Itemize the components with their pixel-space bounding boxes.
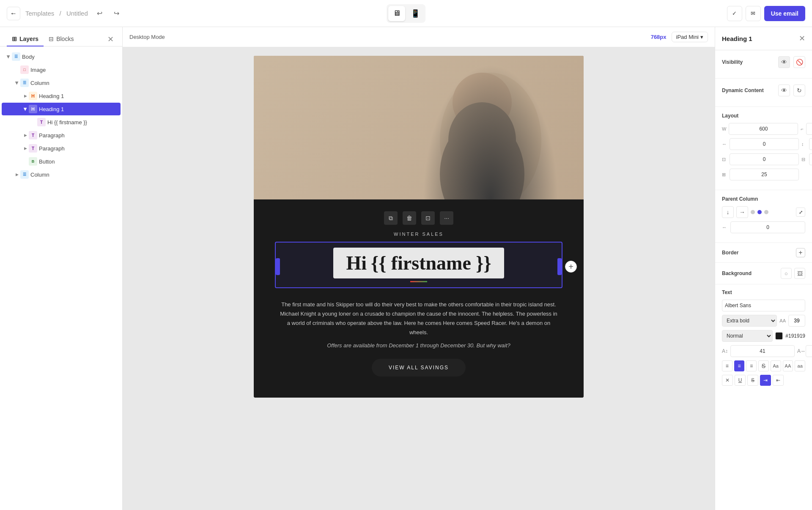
- expand-parent-button[interactable]: ⤢: [796, 207, 805, 217]
- align-dot2[interactable]: [757, 210, 762, 214]
- text-align-right-button[interactable]: ≡: [746, 360, 757, 371]
- visibility-hide-button[interactable]: 🚫: [793, 56, 805, 68]
- strikethrough2-button[interactable]: S: [747, 375, 758, 386]
- copy-tool-button[interactable]: ⧉: [384, 211, 398, 225]
- canvas-topbar: Desktop Mode 768px iPad Mini ▾: [123, 27, 715, 47]
- breadcrumb-part2[interactable]: Untitled: [66, 10, 88, 17]
- uppercase2-button[interactable]: AA: [783, 360, 793, 371]
- font-family-row: Albert Sans: [722, 300, 805, 311]
- align-dot3[interactable]: [764, 210, 768, 214]
- visibility-label: Visibility: [722, 59, 743, 65]
- bg-image-button[interactable]: 🖼: [794, 268, 805, 279]
- align-right-button[interactable]: →: [736, 206, 748, 218]
- check-button[interactable]: ✓: [727, 6, 742, 21]
- tree-item-image[interactable]: □ Image: [2, 63, 121, 76]
- dynamic-refresh-button[interactable]: ↻: [793, 85, 805, 96]
- chevron-icon: ▶: [22, 94, 29, 98]
- uppercase-button[interactable]: Aa: [771, 360, 781, 371]
- lowercase-button[interactable]: aa: [795, 360, 805, 371]
- tree-item-heading1-selected[interactable]: ▶ H Heading 1: [2, 103, 121, 115]
- redo-button[interactable]: ↪: [110, 7, 123, 20]
- dynamic-show-button[interactable]: 👁: [778, 85, 790, 96]
- tab-layers[interactable]: ⊞ Layers: [7, 32, 44, 46]
- delete-tool-button[interactable]: 🗑: [403, 211, 416, 225]
- tree-item-column1[interactable]: ▶ ☰ Column: [2, 76, 121, 89]
- tree-item-column2[interactable]: ▶ ☰ Column: [2, 168, 121, 181]
- breadcrumb-part1[interactable]: Templates: [25, 10, 54, 17]
- rtl-button[interactable]: ⇤: [773, 375, 784, 386]
- background-row: Background ○ 🖼: [722, 268, 805, 279]
- cross-button[interactable]: ✕: [722, 375, 733, 386]
- tree-item-paragraph2[interactable]: ▶ T Paragraph: [2, 142, 121, 155]
- undo-button[interactable]: ↩: [93, 7, 107, 20]
- device-label: iPad Mini: [676, 34, 699, 40]
- layout-padding-inner-row: ⊡ ⊟: [722, 153, 805, 165]
- email-cta-container[interactable]: VIEW ALL SAVINGS: [279, 355, 558, 376]
- resize-handle-left[interactable]: [276, 258, 280, 275]
- padding-left-input[interactable]: [730, 138, 799, 150]
- tree-item-label: Column: [30, 172, 49, 178]
- body-type-icon: ☰: [12, 52, 20, 61]
- dynamic-content-label: Dynamic content: [722, 87, 764, 93]
- email-heading-container[interactable]: Hi {{ firstname }} +: [279, 242, 558, 292]
- rp-visibility-section: Visibility 👁 🚫: [715, 50, 812, 79]
- gap-input[interactable]: [730, 169, 799, 180]
- tree-item-firstname[interactable]: T Hi {{ firstname }}: [2, 116, 121, 128]
- col-type-icon: ☰: [20, 170, 29, 179]
- bg-color-button[interactable]: ○: [781, 268, 792, 279]
- dynamic-icons: 👁 ↻: [778, 85, 805, 96]
- padding-inner2-input[interactable]: [809, 153, 812, 165]
- parent-col-gap-row: ↔: [722, 221, 805, 233]
- tree-item-body[interactable]: ▶ ☰ Body: [2, 50, 121, 63]
- text-align-left-button[interactable]: ≡: [722, 360, 732, 371]
- text-align-center-button[interactable]: ≡: [734, 360, 745, 371]
- add-border-button[interactable]: +: [796, 248, 805, 257]
- align-dot1[interactable]: [751, 210, 755, 214]
- border-label: Border: [722, 250, 738, 256]
- more-tool-button[interactable]: ···: [440, 211, 453, 225]
- tree-item-paragraph1[interactable]: ▶ T Paragraph: [2, 129, 121, 142]
- tree-item-button[interactable]: B Button: [2, 155, 121, 168]
- color-swatch[interactable]: [775, 332, 783, 340]
- corner-input[interactable]: [806, 123, 812, 135]
- padding-inner-input[interactable]: [730, 153, 799, 165]
- mobile-view-button[interactable]: 📱: [407, 6, 424, 21]
- email-content: ⧉ 🗑 ⊡ ··· WINTER SALES Hi {{ firstna: [254, 199, 584, 398]
- align-down-button[interactable]: ↓: [722, 206, 734, 218]
- tab-blocks[interactable]: ⊟ Blocks: [44, 32, 79, 46]
- font-weight-select[interactable]: Extra bold: [722, 315, 777, 327]
- line-height-input[interactable]: [730, 345, 795, 357]
- device-selector[interactable]: iPad Mini ▾: [672, 32, 708, 42]
- width-input[interactable]: [729, 123, 798, 135]
- rp-close-button[interactable]: ✕: [799, 34, 805, 43]
- add-element-button[interactable]: +: [565, 261, 577, 273]
- tree-item-label: Heading 1: [39, 106, 64, 112]
- email-cta-button[interactable]: VIEW ALL SAVINGS: [372, 359, 466, 376]
- use-email-button[interactable]: Use email: [764, 6, 805, 21]
- send-button[interactable]: ✉: [746, 6, 761, 21]
- resize-handle-right[interactable]: [557, 258, 562, 275]
- layer-tree: ▶ ☰ Body □ Image ▶ ☰ Column ▶ H Heading …: [0, 46, 122, 510]
- strikethrough-button[interactable]: S: [758, 360, 769, 371]
- email-heading-box: Hi {{ firstname }}: [275, 242, 562, 288]
- tree-item-heading1[interactable]: ▶ H Heading 1: [2, 90, 121, 102]
- letter-spacing-input[interactable]: [806, 345, 812, 357]
- normal-select[interactable]: Normal: [722, 330, 773, 342]
- font-family-select[interactable]: Albert Sans: [722, 300, 805, 311]
- underline-button[interactable]: U: [735, 375, 746, 386]
- visibility-show-button[interactable]: 👁: [778, 56, 790, 68]
- move-tool-button[interactable]: ⊡: [421, 211, 435, 225]
- desktop-view-button[interactable]: 🖥: [388, 6, 405, 21]
- sidebar-close-button[interactable]: ✕: [106, 33, 115, 46]
- font-size-input[interactable]: [788, 315, 805, 327]
- t-type-icon: T: [29, 144, 37, 153]
- ltr-button[interactable]: ⇥: [760, 375, 771, 386]
- parent-gap-input[interactable]: [730, 221, 805, 233]
- padding-top-input[interactable]: [809, 138, 812, 150]
- background-label: Background: [722, 270, 752, 276]
- right-panel: Heading 1 ✕ Visibility 👁 🚫 Dynamic conte…: [715, 27, 812, 510]
- canvas-scroll[interactable]: ⚡: [123, 47, 715, 510]
- rp-header: Heading 1 ✕: [715, 27, 812, 50]
- layout-gap-row: ⊞: [722, 169, 805, 180]
- back-button[interactable]: ←: [7, 7, 20, 20]
